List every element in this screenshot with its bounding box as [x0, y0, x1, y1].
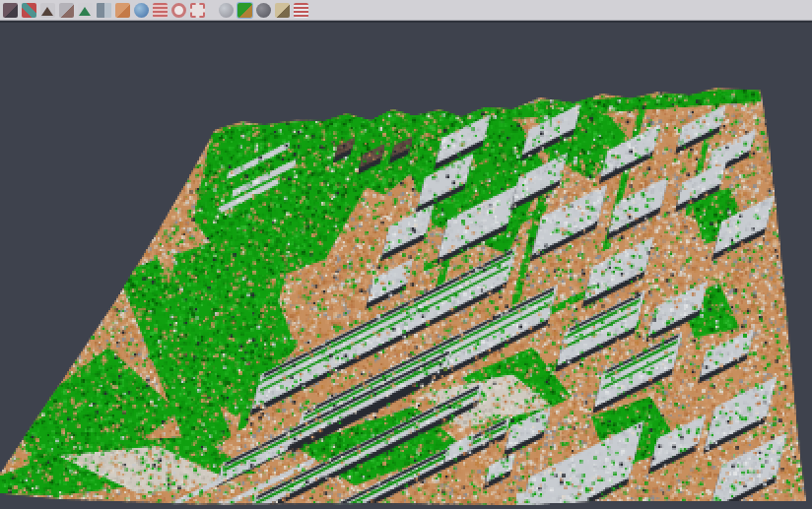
profile-lines-icon[interactable] [153, 3, 168, 18]
dem-terrain-icon[interactable] [78, 3, 93, 18]
sphere-select-icon[interactable] [219, 3, 234, 18]
toolbar [0, 0, 812, 21]
side-panel-icon[interactable] [97, 3, 111, 18]
circle-select-icon[interactable] [171, 3, 186, 18]
flag-icon[interactable] [294, 3, 308, 18]
measure-icon[interactable] [275, 3, 290, 18]
globe-3d-icon[interactable] [134, 3, 149, 18]
classification-view-icon[interactable] [237, 3, 252, 18]
open-file-icon[interactable] [3, 3, 18, 18]
move-tool-icon[interactable] [22, 3, 36, 18]
point-cloud-3d-view[interactable] [0, 23, 812, 509]
tin-terrain-icon[interactable] [40, 3, 55, 18]
ground-class-icon[interactable] [115, 3, 130, 18]
viewport [0, 23, 812, 509]
point-cloud-icon[interactable] [59, 3, 74, 18]
render-sphere-icon[interactable] [256, 3, 271, 18]
app-window [0, 0, 812, 509]
rect-select-icon[interactable] [190, 3, 205, 18]
